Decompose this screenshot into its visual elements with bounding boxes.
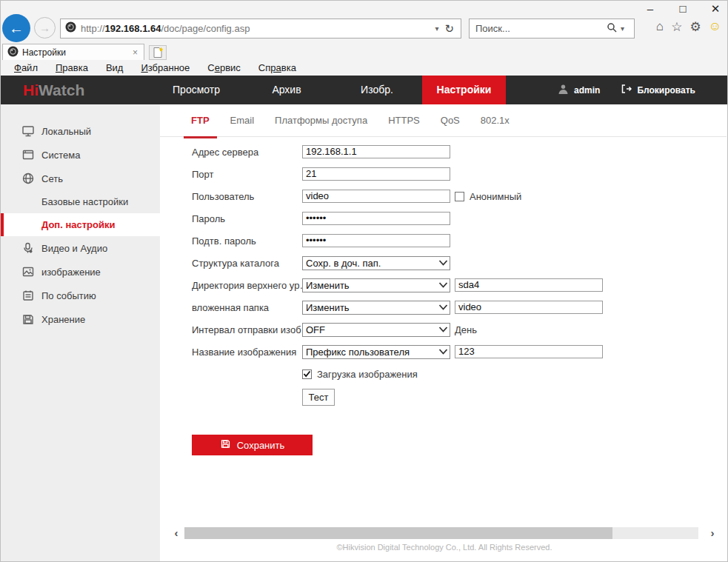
minimize-button[interactable]: –: [643, 2, 658, 16]
favorites-star-icon[interactable]: ☆: [671, 19, 682, 35]
tab-qos[interactable]: QoS: [430, 104, 470, 137]
header-nav-просмотр[interactable]: Просмотр: [151, 76, 241, 104]
parent-directory-input[interactable]: sda4: [455, 278, 603, 292]
checkbox-label: Загрузка изображения: [317, 369, 418, 380]
form-row: Порт21: [192, 163, 603, 185]
search-box[interactable]: Поиск... ▾: [469, 19, 635, 39]
sidebar-item-local[interactable]: Локальный: [1, 119, 160, 143]
tab-802-1x[interactable]: 802.1x: [470, 104, 520, 137]
form-row: Название изображенияПрефикс пользователя…: [192, 341, 603, 363]
upload-picture-checkbox[interactable]: [302, 369, 312, 379]
site-favicon-icon: [65, 21, 76, 36]
maximize-button[interactable]: □: [675, 2, 690, 16]
form-row: ПользовательvideoАнонимный: [192, 185, 603, 207]
logout-icon: [621, 84, 632, 96]
sidebar-item-image[interactable]: изображение: [1, 260, 160, 284]
header-nav-архив[interactable]: Архив: [241, 76, 332, 104]
chevron-down-icon: [438, 349, 448, 355]
menu-item-3[interactable]: Избранное: [132, 62, 198, 73]
sidebar-item-label: Базовые настройки: [1, 196, 128, 207]
sidebar-item-video-audio[interactable]: Видео и Аудио: [1, 236, 160, 260]
close-button[interactable]: ✕: [708, 2, 723, 16]
upload-interval-select[interactable]: OFF: [302, 323, 450, 337]
header-nav-настройки[interactable]: Настройки: [422, 76, 506, 104]
server-address-input[interactable]: 192.168.1.1: [302, 145, 450, 158]
header-nav-изобр-[interactable]: Изобр.: [332, 76, 422, 104]
app-nav: ПросмотрАрхивИзобр.Настройки: [151, 76, 506, 104]
menu-item-5[interactable]: Справка: [250, 62, 305, 73]
browser-nav-row: ← → http://192.168.1.64/doc/page/config.…: [1, 17, 727, 44]
select-value: Изменить: [306, 280, 438, 291]
username-input[interactable]: video: [302, 190, 450, 203]
tab-https[interactable]: HTTPS: [378, 104, 430, 137]
search-dropdown-icon[interactable]: ▾: [617, 24, 628, 33]
forward-button[interactable]: →: [34, 17, 56, 39]
form-row: Структура каталогаСохр. в доч. пап.: [192, 252, 603, 274]
tab-favicon-icon: [7, 46, 19, 59]
scrollbar-thumb[interactable]: [184, 527, 612, 539]
subfolder-input[interactable]: video: [455, 301, 603, 314]
field-label: Адрес сервера: [192, 147, 302, 158]
tab-ftp[interactable]: FTP: [181, 104, 220, 137]
horizontal-scrollbar[interactable]: ‹ ›: [160, 526, 728, 540]
directory-structure-select[interactable]: Сохр. в доч. пап.: [302, 256, 450, 270]
tab--[interactable]: Платформы доступа: [264, 104, 378, 137]
select-value: Префикс пользователя: [306, 347, 438, 358]
test-button[interactable]: Тест: [302, 389, 335, 406]
menu-item-1[interactable]: Правка: [47, 62, 97, 73]
sidebar-item-event[interactable]: По событию: [1, 284, 160, 307]
lock-button[interactable]: Блокировать: [621, 84, 695, 96]
menu-item-4[interactable]: Сервис: [198, 62, 250, 73]
subfolder-select[interactable]: Изменить: [302, 301, 450, 315]
app-body: ЛокальныйСистемаСетьБазовые настройкиДоп…: [1, 104, 728, 562]
scrollbar-track[interactable]: [184, 527, 698, 539]
sidebar-item-label: Видео и Аудио: [1, 243, 107, 254]
scroll-left-icon[interactable]: ‹: [170, 526, 182, 540]
field-label: Интервал отправки изоб…: [192, 324, 302, 335]
save-button[interactable]: Сохранить: [192, 435, 313, 455]
form-row: вложенная папкаИзменитьvideo: [192, 296, 603, 318]
sidebar-item-label: Система: [1, 150, 80, 161]
back-button[interactable]: ←: [2, 14, 30, 42]
menu-item-2[interactable]: Вид: [97, 62, 133, 73]
url-text[interactable]: http://192.168.1.64/doc/page/config.asp: [81, 23, 431, 34]
password-input[interactable]: ••••••: [302, 212, 450, 225]
parent-directory-select[interactable]: Изменить: [302, 278, 450, 292]
select-value: Сохр. в доч. пап.: [306, 258, 438, 269]
search-icon[interactable]: [607, 22, 617, 36]
title-bar: – □ ✕: [1, 1, 727, 17]
sidebar-item-advanced-settings[interactable]: Доп. настройки: [1, 213, 160, 236]
feedback-smiley-icon[interactable]: ☺: [709, 19, 721, 35]
scroll-right-icon[interactable]: ›: [707, 526, 718, 540]
picture-name-select[interactable]: Префикс пользователя: [302, 345, 450, 359]
anonymous-checkbox[interactable]: [455, 192, 464, 201]
address-dropdown-icon[interactable]: ▾: [431, 24, 442, 33]
home-icon[interactable]: ⌂: [656, 19, 664, 35]
sidebar-item-storage[interactable]: Хранение: [1, 307, 160, 331]
new-tab-button[interactable]: [149, 45, 167, 60]
tab-close-icon[interactable]: ×: [131, 47, 139, 58]
sidebar-item-basic-settings[interactable]: Базовые настройки: [1, 190, 160, 213]
sidebar-item-label: Локальный: [1, 126, 91, 137]
field-label: Пароль: [192, 213, 302, 224]
tab-title: Настройки: [19, 47, 131, 58]
tab-email[interactable]: Email: [220, 104, 265, 137]
form-row: Директория верхнего ур…Изменитьsda4: [192, 274, 603, 296]
refresh-icon[interactable]: ↻: [442, 22, 456, 36]
address-bar[interactable]: http://192.168.1.64/doc/page/config.asp …: [60, 19, 461, 39]
field-label: Название изображения: [192, 347, 302, 358]
gear-icon[interactable]: ⚙: [689, 19, 701, 35]
system-window-icon: [21, 148, 35, 161]
sidebar-item-system[interactable]: Система: [1, 143, 160, 167]
select-value: OFF: [306, 324, 438, 335]
image-icon: [21, 265, 35, 278]
confirm-password-input[interactable]: ••••••: [302, 234, 450, 247]
menu-item-0[interactable]: Файл: [5, 62, 47, 73]
port-input[interactable]: 21: [302, 167, 450, 181]
sidebar-item-network[interactable]: Сеть: [1, 167, 160, 190]
picture-name-input[interactable]: 123: [455, 345, 603, 358]
sidebar-item-label: По событию: [1, 290, 96, 301]
browser-tab[interactable]: Настройки ×: [2, 44, 144, 60]
content-panel: FTPEmailПлатформы доступаHTTPSQoS802.1x …: [160, 104, 728, 562]
hiwatch-logo: HiWatch: [23, 76, 84, 104]
